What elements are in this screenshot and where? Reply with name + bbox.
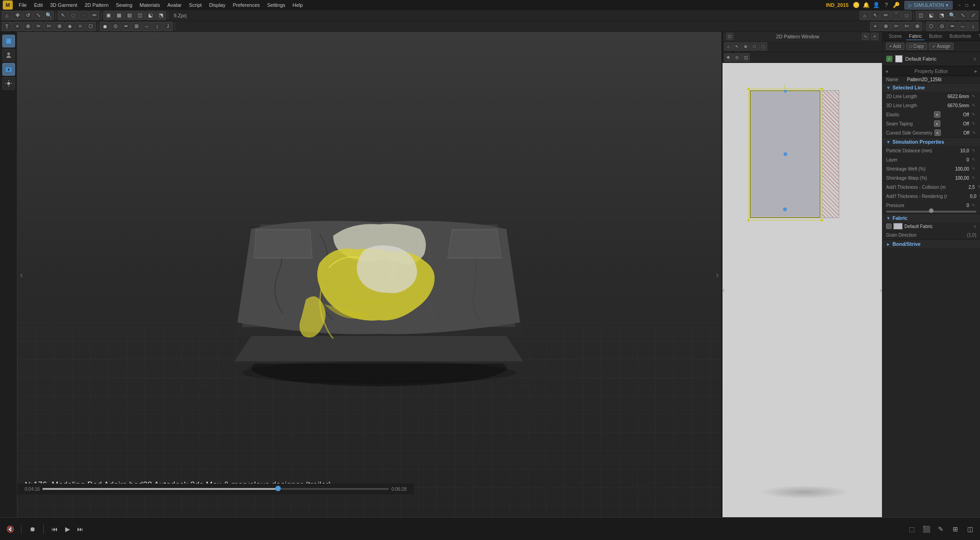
tb-garment2[interactable]: ▦ — [114, 11, 124, 20]
pt2-btn3[interactable]: ◫ — [742, 53, 750, 62]
pattern-nav-right[interactable]: › — [880, 286, 882, 294]
property-editor-content[interactable]: Name Pattern2D_1256t ▼ Selected Line 2D … — [882, 76, 980, 517]
bell-icon[interactable]: 🔔 — [862, 1, 871, 9]
selected-line-section[interactable]: ▼ Selected Line — [882, 83, 980, 92]
tb-2d-contract[interactable]: ⤢ — [968, 11, 978, 20]
tb2-t7[interactable]: ◈ — [65, 22, 75, 31]
menu-edit[interactable]: Edit — [31, 1, 46, 9]
coin-icon[interactable]: 🪙 — [852, 1, 861, 9]
shrinkage-warp-edit[interactable]: ✎ — [971, 175, 976, 181]
tb2-t16[interactable]: ⤸ — [163, 22, 173, 31]
mute-button[interactable]: 🔇 — [5, 524, 15, 535]
fabric-item-default[interactable]: ✓ Default Fabric ≡ — [882, 54, 980, 64]
bond-strive-section[interactable]: ► Bond/Strive — [882, 239, 980, 248]
tb2-t13[interactable]: ⊞ — [131, 22, 141, 31]
prop-3d-line-edit[interactable]: ✎ — [971, 103, 976, 108]
tb-point[interactable]: · — [79, 11, 89, 20]
key-icon[interactable]: 🔑 — [892, 1, 901, 9]
viewport-nav-left[interactable]: ‹ — [20, 270, 23, 280]
fast-forward-button[interactable]: ⏭ — [75, 524, 86, 535]
pattern-nav-left[interactable]: ‹ — [722, 286, 725, 294]
pt2-btn1[interactable]: ✥ — [724, 53, 732, 62]
tb2-t12[interactable]: ━ — [121, 22, 131, 31]
tb-2d-zoom[interactable]: 🔍 — [947, 11, 957, 20]
tb-garment4[interactable]: ◫ — [135, 11, 145, 20]
timeline-bar[interactable]: 0:04:16 0:06:28 — [17, 483, 414, 494]
tb2-t5[interactable]: ✄ — [44, 22, 54, 31]
tb2-r10[interactable]: ↕ — [968, 22, 978, 31]
prop-curved-edit[interactable]: ✎ — [971, 130, 977, 135]
pattern-piece-side[interactable] — [822, 90, 839, 218]
playback-icon-2[interactable]: ⬛ — [921, 524, 932, 535]
tb-edit[interactable]: ✏ — [89, 11, 99, 20]
tb-2d-bezier[interactable]: ⌒ — [891, 11, 901, 20]
tb-garment6[interactable]: ⬔ — [156, 11, 166, 20]
pt-btn2[interactable]: ↖ — [733, 42, 741, 51]
pt-btn1[interactable]: ⌂ — [724, 42, 732, 51]
tab-fabric[interactable]: Fabric — [906, 33, 924, 40]
tb-select[interactable]: ↖ — [58, 11, 68, 20]
tb-2d-expand[interactable]: ⤡ — [958, 11, 968, 20]
tb-home[interactable]: ⌂ — [2, 11, 12, 20]
tb2-r9[interactable]: ↔ — [958, 22, 968, 31]
tb-2d-home[interactable]: ⌂ — [860, 11, 870, 20]
tb2-t9[interactable]: ⬡ — [86, 22, 96, 31]
play-button[interactable]: ▶ — [62, 524, 73, 535]
menu-help[interactable]: Help — [289, 1, 306, 9]
pattern-expand-icon[interactable]: ⤡ — [862, 33, 869, 40]
layer-edit[interactable]: ✎ — [971, 157, 976, 162]
tb2-t8[interactable]: ⌗ — [75, 22, 85, 31]
thickness-rendering-edit[interactable]: ✎ — [978, 193, 980, 199]
menu-display[interactable]: Display — [206, 1, 229, 9]
maximize-button[interactable]: □ — [964, 2, 970, 8]
tab-toolpath[interactable]: Toolpath — [976, 33, 980, 40]
menu-settings[interactable]: Settings — [264, 1, 289, 9]
simulation-button[interactable]: ▷ SIMULATION ▾ — [904, 1, 953, 10]
assign-button[interactable]: ✓ Assign — [929, 43, 954, 50]
playback-icon-3[interactable]: ✎ — [935, 524, 946, 535]
tb2-r3[interactable]: ✂ — [891, 22, 901, 31]
question-icon[interactable]: ? — [882, 1, 891, 9]
tb-2d-draw[interactable]: ✏ — [881, 11, 891, 20]
minimize-button[interactable]: − — [956, 2, 963, 8]
tb-2d-op3[interactable]: ⬔ — [937, 11, 947, 20]
tb2-t15[interactable]: ↕ — [152, 22, 162, 31]
sidebar-person-icon[interactable] — [2, 49, 15, 62]
pattern-canvas[interactable]: › ‹ — [722, 63, 882, 517]
tb-garment3[interactable]: ▤ — [124, 11, 134, 20]
tb2-t10[interactable]: ⏺ — [100, 22, 110, 31]
tb-move[interactable]: ✥ — [12, 11, 22, 20]
tb-scale[interactable]: ⤡ — [33, 11, 43, 20]
menu-script[interactable]: Script — [186, 1, 205, 9]
menu-file[interactable]: File — [15, 1, 30, 9]
tb2-t11[interactable]: ⊙ — [110, 22, 120, 31]
tb-garment5[interactable]: ⬕ — [145, 11, 155, 20]
menu-preferences[interactable]: Preferences — [230, 1, 263, 9]
tb2-r7[interactable]: ⊙ — [937, 22, 947, 31]
pt2-btn2[interactable]: ⊙ — [733, 53, 741, 62]
menu-2d-pattern[interactable]: 2D Pattern — [82, 1, 112, 9]
pressure-edit[interactable]: ✎ — [971, 202, 976, 208]
simulation-props-section[interactable]: ▼ Simulation Properties — [882, 137, 980, 146]
tb2-r2[interactable]: ⊕ — [881, 22, 891, 31]
menu-avatar[interactable]: Avatar — [164, 1, 185, 9]
thickness-collision-edit[interactable]: ✎ — [977, 184, 980, 190]
pattern-piece-main[interactable] — [750, 90, 820, 218]
pressure-slider-container[interactable] — [882, 210, 980, 213]
fabric-prop-edit[interactable]: ≡ — [974, 224, 976, 229]
tb2-r8[interactable]: ━ — [947, 22, 957, 31]
tb-garment1[interactable]: ▣ — [103, 11, 113, 20]
prop-expand-btn[interactable]: ▸ — [975, 68, 977, 74]
prop-curved-toggle[interactable]: ■ Off — [934, 130, 970, 136]
fabric-section[interactable]: ▼ Fabric — [882, 213, 980, 222]
tb2-t4[interactable]: ✂ — [33, 22, 43, 31]
tb-lasso[interactable]: ◌ — [68, 11, 78, 20]
playback-icon-1[interactable]: ⬚ — [906, 524, 917, 535]
pattern-header-btn1[interactable]: ⬡ — [726, 33, 733, 40]
tb-2d-rect[interactable]: □ — [902, 11, 912, 20]
tb2-r1[interactable]: ⌖ — [870, 22, 880, 31]
tb2-r4[interactable]: ✄ — [902, 22, 912, 31]
shrinkage-weft-edit[interactable]: ✎ — [971, 166, 976, 171]
pt-btn3[interactable]: ⊕ — [742, 42, 750, 51]
tb2-r5[interactable]: ⊗ — [912, 22, 922, 31]
